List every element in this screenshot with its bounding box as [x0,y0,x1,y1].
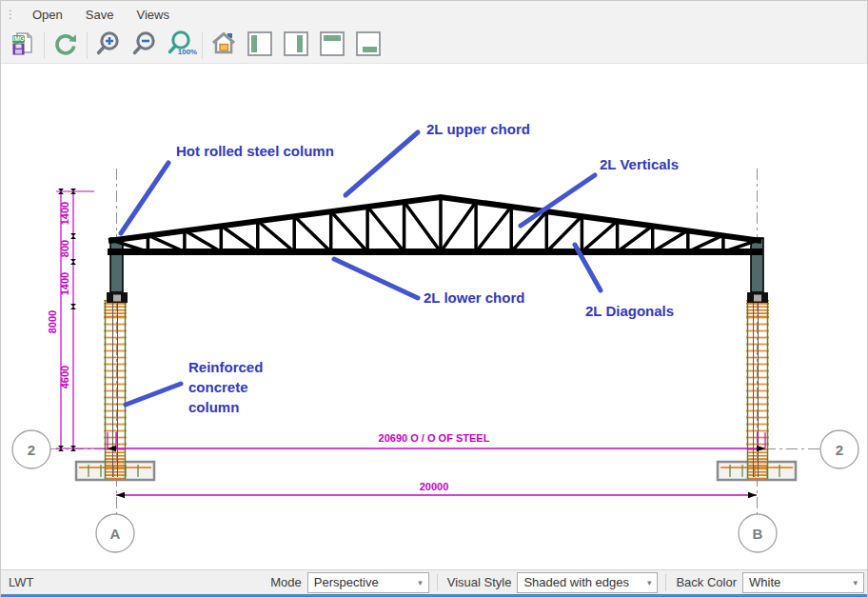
view-top-button[interactable] [314,30,350,62]
steel-column-right [747,238,768,303]
mode-value: Perspective [314,575,379,589]
dim-4600: 4600 [59,366,70,388]
menu-save[interactable]: Save [74,4,126,26]
save-image-button[interactable]: IMG [5,30,41,62]
svg-text:column: column [188,399,239,415]
svg-text:concrete: concrete [188,379,248,395]
status-left-text: LWT [1,575,261,589]
home-icon [209,30,238,62]
visual-style-select[interactable]: Shaded with edges ▾ [517,572,658,593]
toolbar-separator [202,32,203,59]
concrete-column-left [104,300,127,479]
zoom-in-icon [94,30,123,62]
svg-text:IMG: IMG [12,35,24,42]
dim-steel-oo: 20690 O / O OF STEEL [379,432,490,444]
drawing-canvas[interactable]: 1400 800 1400 8000 4600 20690 O / O OF S… [1,64,867,569]
concrete-column-right [746,300,769,479]
visual-style-value: Shaded with edges [523,575,629,589]
label-upper-chord: 2L upper chord [426,121,530,137]
svg-text:Reinforced: Reinforced [188,359,263,375]
truss [108,197,762,252]
view-top-icon [319,30,345,61]
back-color-select[interactable]: White ▾ [742,572,864,593]
toolbar-grip-icon[interactable]: ⋮ [1,8,21,21]
grid-bubble-a: A [110,526,121,542]
view-right-button[interactable] [278,30,314,62]
truss-upper-chord [108,197,761,241]
dim-1400-top: 1400 [59,202,70,225]
steel-column-left [107,238,128,303]
view-left-button[interactable] [242,30,278,62]
zoom-out-button[interactable] [127,30,163,62]
label-concrete-column: Reinforced concrete column [188,359,263,415]
chevron-down-icon: ▾ [418,578,423,587]
visual-style-label: Visual Style [438,575,518,589]
menu-bar: ⋮ Open Save Views [1,1,867,28]
refresh-button[interactable] [48,30,84,62]
svg-text:100%: 100% [178,48,197,56]
label-steel-column: Hot rolled steel column [176,143,334,159]
status-bar: LWT Mode Perspective ▾ Visual Style Shad… [1,569,867,594]
grid-centerlines [50,169,820,514]
mode-label: Mode [261,575,307,589]
toolbar-separator [87,32,88,59]
label-diagonals: 2L Diagonals [585,303,674,319]
mode-select[interactable]: Perspective ▾ [307,572,429,593]
label-lower-chord: 2L lower chord [424,289,524,306]
zoom-100-button[interactable]: 100% [163,30,199,62]
save-image-icon: IMG [9,30,37,62]
refresh-icon [52,30,79,61]
view-bottom-button[interactable] [350,30,386,62]
zoom-in-button[interactable] [90,30,127,62]
view-right-icon [283,30,309,61]
home-view-button[interactable] [206,30,242,62]
grid-bubble-b: B [753,526,763,542]
view-bottom-icon [355,30,382,61]
menu-open[interactable]: Open [21,4,74,26]
back-color-value: White [749,575,780,589]
back-color-label: Back Color [666,575,742,589]
chevron-down-icon: ▾ [647,578,652,587]
dim-1400-mid: 1400 [59,272,70,295]
toolbar-separator [44,32,45,59]
dim-800: 800 [59,240,70,257]
toolbar: IMG [1,28,867,64]
grid-bubble-2-right: 2 [836,442,843,458]
zoom-out-icon [130,30,159,62]
menu-views[interactable]: Views [125,4,180,26]
chevron-down-icon: ▾ [853,578,858,587]
view-left-icon [247,30,273,61]
zoom-100-icon: 100% [165,30,197,62]
grid-bubble-2-left: 2 [28,442,35,458]
dim-8000: 8000 [47,310,58,333]
dim-span: 20000 [420,481,449,492]
label-verticals: 2L Verticals [600,156,679,172]
truss-drawing: 1400 800 1400 8000 4600 20690 O / O OF S… [1,64,868,567]
